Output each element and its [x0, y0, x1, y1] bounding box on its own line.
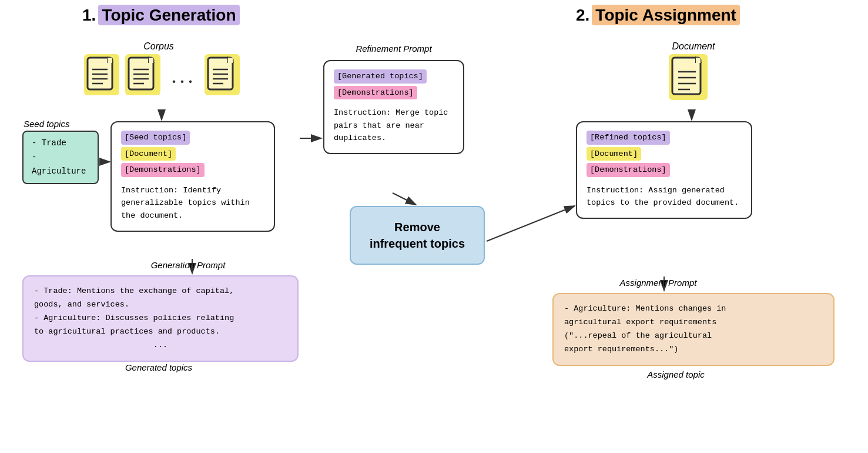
gen-instruction: Instruction: Identify generalizable topi…	[121, 184, 264, 222]
doc-icon-1	[84, 54, 119, 95]
section1-title: 1. Topic Generation	[82, 6, 240, 25]
section2-title-highlight: Topic Assignment	[592, 5, 740, 25]
gen-line-4: to agricultural practices and products.	[34, 325, 287, 339]
main-container: 1. Topic Generation 2. Topic Assignment …	[0, 0, 868, 453]
assignment-prompt-box: [Refined topics] [Document] [Demonstrati…	[576, 121, 752, 219]
assigned-topic-label: Assigned topic	[617, 369, 735, 379]
seed-topics-label: Seed topics	[24, 119, 69, 129]
tag-demonstrations: [Demonstrations]	[121, 163, 205, 177]
seed-topics-box: - Trade - Agriculture	[22, 131, 99, 184]
seed-item-1: - Trade	[32, 136, 89, 151]
gen-line-3: - Agriculture: Discusses policies relati…	[34, 312, 287, 325]
assigned-line-1: - Agriculture: Mentions changes in	[564, 302, 823, 316]
gen-line-5: ...	[34, 339, 287, 352]
gen-line-1: - Trade: Mentions the exchange of capita…	[34, 285, 287, 298]
svg-rect-10	[108, 58, 112, 63]
refinement-prompt-label: Refinement Prompt	[323, 44, 464, 54]
doc-icon-3	[205, 54, 240, 95]
section1-title-highlight: Topic Generation	[98, 5, 239, 25]
corpus-ellipsis: . . .	[166, 68, 199, 87]
svg-rect-27	[672, 58, 701, 94]
refinement-prompt-box: [Generated topics] [Demonstrations] Inst…	[323, 60, 464, 154]
generated-topics-label: Generated topics	[100, 362, 217, 372]
document-svg-3	[207, 56, 237, 93]
corpus-label: Corpus	[100, 41, 217, 52]
svg-line-5	[393, 193, 416, 205]
svg-rect-22	[228, 58, 233, 63]
generation-prompt-box: [Seed topics] [Document] [Demonstrations…	[110, 121, 275, 232]
svg-line-6	[487, 206, 575, 241]
document-svg-2	[128, 56, 158, 93]
document-right-icon	[669, 54, 708, 100]
assigned-line-3: ("...repeal of the agricultural	[564, 329, 823, 343]
tag-generated-topics: [Generated topics]	[334, 69, 427, 84]
tag-refined-topics: [Refined topics]	[587, 131, 670, 145]
assignment-prompt-label: Assignment Prompt	[582, 278, 735, 288]
document-right-svg	[671, 56, 705, 98]
svg-rect-28	[696, 58, 701, 63]
doc-icon-2	[125, 54, 160, 95]
assigned-line-4: export requirements...")	[564, 343, 823, 357]
assigned-topic-box: - Agriculture: Mentions changes in agric…	[552, 293, 835, 366]
diagram-layout: 1. Topic Generation 2. Topic Assignment …	[12, 6, 868, 435]
generation-prompt-label: Generation Prompt	[129, 260, 247, 270]
tag-demo-assign: [Demonstrations]	[587, 163, 670, 177]
assign-instruction: Instruction: Assign generated topics to …	[587, 184, 742, 209]
tag-doc-assign: [Document]	[587, 147, 641, 161]
tag-document: [Document]	[121, 147, 176, 161]
assigned-line-2: agricultural export requirements	[564, 316, 823, 329]
refine-instruction: Instruction: Merge topic pairs that are …	[334, 106, 454, 145]
seed-item-2: - Agriculture	[32, 151, 89, 179]
generated-topics-box: - Trade: Mentions the exchange of capita…	[22, 275, 299, 362]
gen-line-2: goods, and services.	[34, 298, 287, 312]
section1-number: 1.	[82, 6, 96, 24]
document-svg-1	[86, 56, 117, 93]
remove-infrequent-box: Remove infrequent topics	[350, 206, 485, 265]
svg-rect-16	[149, 58, 153, 63]
corpus-docs: . . .	[71, 54, 253, 95]
document-right-label: Document	[652, 41, 735, 52]
section2-number: 2.	[576, 6, 589, 24]
tag-demo-refine: [Demonstrations]	[334, 86, 417, 100]
tag-seed-topics: [Seed topics]	[121, 131, 190, 145]
section2-title: 2. Topic Assignment	[576, 6, 740, 25]
